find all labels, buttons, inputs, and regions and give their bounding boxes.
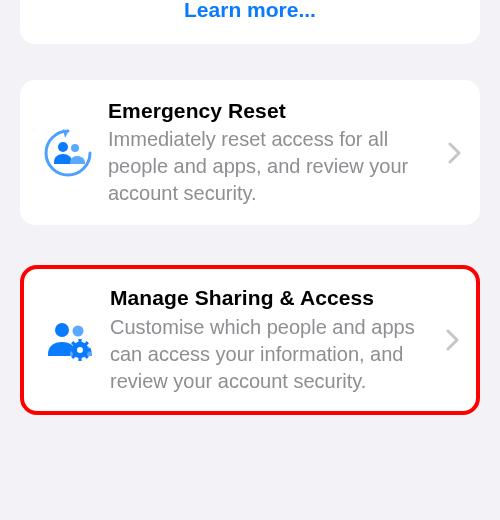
svg-rect-5 <box>78 339 81 343</box>
emergency-text: Emergency Reset Immediately reset access… <box>98 98 442 207</box>
svg-point-1 <box>71 144 79 152</box>
emergency-reset-row[interactable]: Emergency Reset Immediately reset access… <box>20 80 480 225</box>
manage-title: Manage Sharing & Access <box>110 285 434 311</box>
learn-more-link[interactable]: Learn more... <box>184 0 316 21</box>
svg-rect-6 <box>78 357 81 361</box>
svg-rect-7 <box>69 348 73 351</box>
svg-point-13 <box>77 347 83 353</box>
manage-desc: Customise which people and apps can acce… <box>110 314 434 395</box>
chevron-right-icon <box>440 329 466 351</box>
svg-point-2 <box>55 323 69 337</box>
svg-rect-8 <box>87 348 91 351</box>
emergency-title: Emergency Reset <box>108 98 436 124</box>
emergency-desc: Immediately reset access for all people … <box>108 126 436 207</box>
svg-point-3 <box>73 325 84 336</box>
info-card: Learn more... <box>20 0 480 44</box>
reset-people-icon <box>38 123 98 183</box>
settings-page: Learn more... Emergency Reset Immediatel… <box>0 0 500 490</box>
chevron-right-icon <box>442 142 468 164</box>
manage-sharing-row[interactable]: Manage Sharing & Access Customise which … <box>20 265 480 414</box>
svg-point-0 <box>58 142 68 152</box>
manage-text: Manage Sharing & Access Customise which … <box>100 285 440 394</box>
people-gear-icon <box>40 310 100 370</box>
